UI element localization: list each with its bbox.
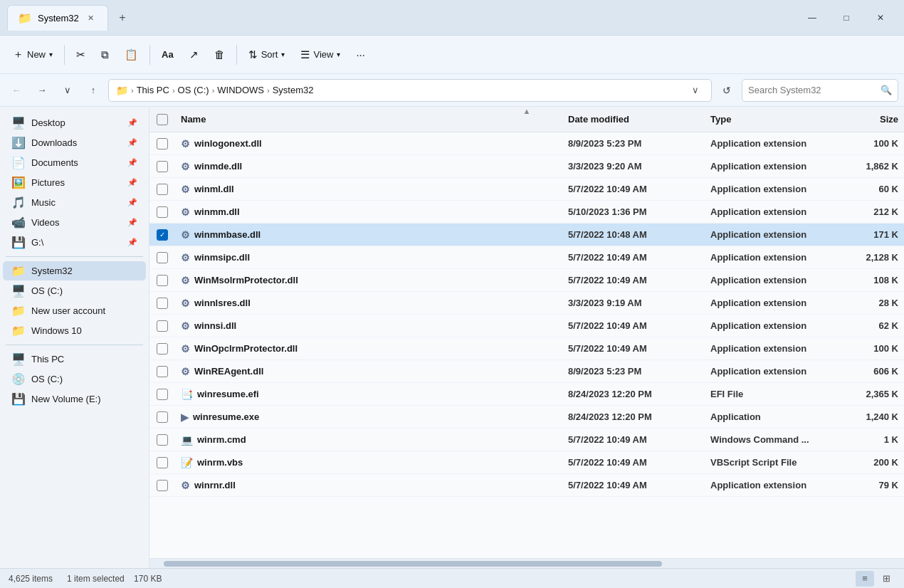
- rename-button[interactable]: Aa: [154, 41, 181, 68]
- breadcrumb-thispc[interactable]: This PC: [137, 85, 169, 95]
- table-row[interactable]: ⚙ winnsi.dll 5/7/2022 10:49 AM Applicati…: [149, 315, 904, 337]
- table-row[interactable]: ⚙ WinOpclrmProtector.dll 5/7/2022 10:49 …: [149, 337, 904, 360]
- row-checkbox[interactable]: [157, 298, 168, 309]
- sidebar-item-thispc[interactable]: 🖥️ This PC: [3, 350, 146, 369]
- row-checkbox[interactable]: [157, 138, 168, 149]
- row-checkbox-area[interactable]: [149, 320, 175, 332]
- row-checkbox-area[interactable]: [149, 275, 175, 286]
- row-checkbox[interactable]: [157, 366, 168, 377]
- table-row[interactable]: ✓ ⚙ winmmbase.dll 5/7/2022 10:48 AM Appl…: [149, 224, 904, 246]
- table-row[interactable]: ⚙ winmm.dll 5/10/2023 1:36 PM Applicatio…: [149, 201, 904, 224]
- row-checkbox-area[interactable]: [149, 161, 175, 172]
- row-checkbox-area[interactable]: ✓: [149, 229, 175, 241]
- table-row[interactable]: ⚙ winnlsres.dll 3/3/2023 9:19 AM Applica…: [149, 292, 904, 315]
- copy-button[interactable]: ⧉: [94, 41, 116, 68]
- close-button[interactable]: ✕: [864, 6, 897, 29]
- row-checkbox-area[interactable]: [149, 252, 175, 263]
- row-checkbox[interactable]: [157, 252, 168, 263]
- table-row[interactable]: ▶ winresume.exe 8/24/2023 12:20 PM Appli…: [149, 406, 904, 429]
- row-checkbox-area[interactable]: [149, 138, 175, 149]
- row-checkbox[interactable]: [157, 343, 168, 355]
- sidebar-item-osc[interactable]: 🖥️ OS (C:): [3, 281, 146, 300]
- cut-button[interactable]: ✂: [69, 41, 93, 68]
- refresh-button[interactable]: ↺: [716, 80, 737, 101]
- table-row[interactable]: ⚙ winmde.dll 3/3/2023 9:20 AM Applicatio…: [149, 155, 904, 178]
- row-checkbox[interactable]: [157, 184, 168, 195]
- breadcrumb-dropdown-button[interactable]: ∨: [687, 82, 704, 99]
- sidebar-item-new-volume[interactable]: 💾 New Volume (E:): [3, 389, 146, 409]
- row-checkbox[interactable]: [157, 434, 168, 446]
- row-checkbox[interactable]: [157, 161, 168, 172]
- column-header-name[interactable]: Name: [175, 114, 562, 125]
- header-checkbox-area[interactable]: [149, 114, 175, 125]
- row-checkbox-area[interactable]: [149, 434, 175, 446]
- row-checkbox-area[interactable]: [149, 411, 175, 423]
- forward-button[interactable]: →: [31, 80, 53, 101]
- row-checkbox-area[interactable]: [149, 366, 175, 377]
- share-button[interactable]: ↗: [182, 41, 206, 68]
- active-tab[interactable]: 📁 System32 ✕: [7, 5, 108, 31]
- row-checkbox-area[interactable]: [149, 457, 175, 468]
- sidebar-item-pictures[interactable]: 🖼️ Pictures 📌: [3, 173, 146, 192]
- sidebar-item-system32[interactable]: 📁 System32: [3, 261, 146, 280]
- table-row[interactable]: ⚙ WinREAgent.dll 8/9/2023 5:23 PM Applic…: [149, 360, 904, 383]
- breadcrumb-system32[interactable]: System32: [273, 85, 314, 95]
- horizontal-scrollbar-thumb[interactable]: [164, 561, 662, 567]
- table-row[interactable]: ⚙ winrnr.dll 5/7/2022 10:49 AM Applicati…: [149, 474, 904, 497]
- back-button[interactable]: ←: [6, 80, 27, 101]
- view-button[interactable]: ☰ View ▾: [293, 41, 347, 68]
- breadcrumb-drive[interactable]: OS (C:): [178, 85, 209, 95]
- row-checkbox-area[interactable]: [149, 389, 175, 400]
- select-all-checkbox[interactable]: [157, 114, 168, 125]
- new-tab-button[interactable]: +: [112, 8, 132, 28]
- row-checkbox[interactable]: [157, 457, 168, 468]
- sidebar-item-downloads[interactable]: ⬇️ Downloads 📌: [3, 133, 146, 152]
- table-row[interactable]: ⚙ winlogonext.dll 8/9/2023 5:23 PM Appli…: [149, 132, 904, 155]
- row-checkbox[interactable]: [157, 480, 168, 491]
- up-button[interactable]: ↑: [83, 80, 104, 101]
- column-header-size[interactable]: Size: [847, 114, 904, 125]
- row-checkbox-area[interactable]: [149, 343, 175, 355]
- row-checkbox[interactable]: [157, 320, 168, 332]
- sidebar-item-osc2[interactable]: 💿 OS (C:): [3, 369, 146, 389]
- recent-button[interactable]: ∨: [57, 80, 78, 101]
- sidebar-item-desktop[interactable]: 🖥️ Desktop 📌: [3, 113, 146, 132]
- table-row[interactable]: ⚙ WinMsolrmProtector.dll 5/7/2022 10:49 …: [149, 269, 904, 292]
- table-row[interactable]: 📝 winrm.vbs 5/7/2022 10:49 AM VBScript S…: [149, 451, 904, 474]
- search-box[interactable]: 🔍: [742, 79, 898, 102]
- new-button[interactable]: ＋ New ▾: [6, 41, 60, 68]
- horizontal-scrollbar[interactable]: [149, 558, 904, 568]
- column-header-date[interactable]: Date modified: [562, 114, 705, 125]
- sidebar-item-videos[interactable]: 📹 Videos 📌: [3, 213, 146, 232]
- row-checkbox[interactable]: [157, 411, 168, 423]
- row-checkbox-area[interactable]: [149, 480, 175, 491]
- more-button[interactable]: ···: [349, 41, 372, 68]
- table-row[interactable]: 💻 winrm.cmd 5/7/2022 10:49 AM Windows Co…: [149, 429, 904, 451]
- search-input[interactable]: [748, 85, 876, 95]
- row-checkbox-area[interactable]: [149, 184, 175, 195]
- column-header-type[interactable]: Type: [705, 114, 847, 125]
- tab-close-button[interactable]: ✕: [85, 11, 98, 24]
- row-checkbox[interactable]: [157, 275, 168, 286]
- sidebar-item-music[interactable]: 🎵 Music 📌: [3, 193, 146, 212]
- list-view-toggle[interactable]: ≡: [856, 571, 874, 587]
- row-checkbox[interactable]: [157, 389, 168, 400]
- row-checkbox[interactable]: ✓: [157, 229, 168, 241]
- row-checkbox-area[interactable]: [149, 298, 175, 309]
- maximize-button[interactable]: □: [830, 6, 863, 29]
- row-checkbox[interactable]: [157, 206, 168, 218]
- breadcrumb-windows[interactable]: WINDOWS: [217, 85, 264, 95]
- table-row[interactable]: ⚙ winmsipc.dll 5/7/2022 10:49 AM Applica…: [149, 246, 904, 269]
- grid-view-toggle[interactable]: ⊞: [877, 571, 895, 587]
- sort-button[interactable]: ⇅ Sort ▾: [241, 41, 293, 68]
- row-checkbox-area[interactable]: [149, 206, 175, 218]
- breadcrumb[interactable]: 📁 › This PC › OS (C:) › WINDOWS › System…: [108, 79, 712, 102]
- sidebar-item-g-drive[interactable]: 💾 G:\ 📌: [3, 233, 146, 252]
- sidebar-item-new-user[interactable]: 📁 New user account: [3, 301, 146, 320]
- table-row[interactable]: ⚙ winml.dll 5/7/2022 10:49 AM Applicatio…: [149, 178, 904, 201]
- sidebar-item-documents[interactable]: 📄 Documents 📌: [3, 153, 146, 172]
- minimize-button[interactable]: —: [796, 6, 829, 29]
- sidebar-item-windows10[interactable]: 📁 Windows 10: [3, 321, 146, 340]
- table-row[interactable]: 📑 winresume.efi 8/24/2023 12:20 PM EFI F…: [149, 383, 904, 406]
- paste-button[interactable]: 📋: [117, 41, 145, 68]
